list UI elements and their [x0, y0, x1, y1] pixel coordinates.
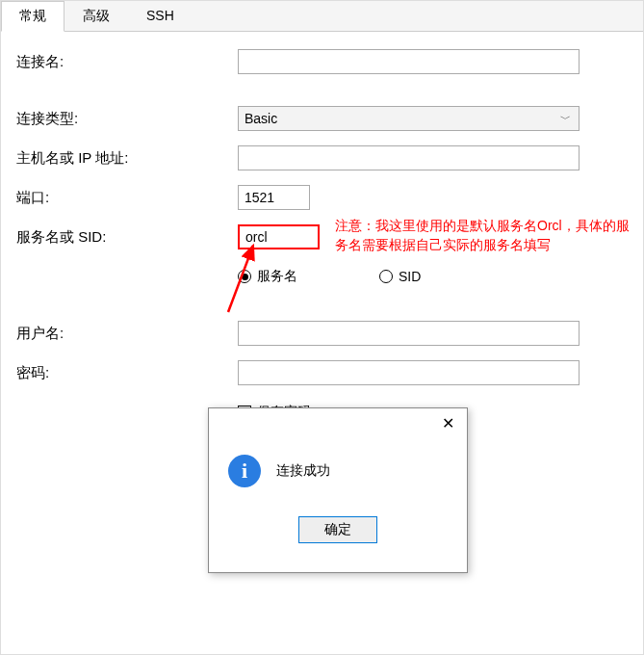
close-button[interactable]: ✕: [428, 409, 467, 436]
radio-icon-unchecked: [379, 270, 393, 283]
close-icon: ✕: [442, 414, 454, 432]
info-icon: i: [228, 455, 261, 487]
service-input[interactable]: [238, 224, 320, 249]
tab-ssh[interactable]: SSH: [128, 1, 193, 31]
host-input[interactable]: [238, 145, 580, 170]
radio-icon-checked: [238, 270, 251, 283]
message-dialog: ✕ i 连接成功 确定: [208, 407, 468, 573]
radio-service-label: 服务名: [257, 268, 297, 285]
connection-type-value: Basic: [245, 111, 277, 126]
dialog-message: 连接成功: [276, 462, 330, 480]
dialog-titlebar: ✕: [209, 408, 467, 437]
dialog-body: i 连接成功: [209, 437, 467, 497]
connection-type-select[interactable]: Basic ﹀: [238, 106, 580, 131]
label-username: 用户名:: [16, 325, 238, 343]
label-service-or-sid: 服务名或 SID:: [16, 228, 238, 247]
tab-general[interactable]: 常规: [1, 1, 64, 32]
label-connection-type: 连接类型:: [16, 110, 238, 128]
form: 连接名: 连接类型: Basic ﹀ 主机名或 IP 地址: 端口: 服务名或 …: [1, 32, 643, 457]
radio-sid-label: SID: [399, 269, 421, 284]
label-host: 主机名或 IP 地址:: [16, 149, 238, 168]
radio-service-name[interactable]: 服务名: [238, 268, 297, 285]
radio-group: 服务名 SID: [238, 268, 421, 285]
label-port: 端口:: [16, 189, 238, 207]
ok-button[interactable]: 确定: [298, 516, 377, 543]
label-password: 密码:: [16, 364, 238, 382]
label-connection-name: 连接名:: [16, 53, 238, 71]
username-input[interactable]: [238, 321, 580, 346]
dialog-footer: 确定: [209, 497, 467, 557]
tab-bar: 常规 高级 SSH: [1, 1, 643, 32]
port-input[interactable]: [238, 185, 310, 210]
password-input[interactable]: [238, 360, 580, 385]
connection-name-input[interactable]: [238, 49, 580, 74]
radio-sid[interactable]: SID: [379, 269, 421, 284]
chevron-down-icon: ﹀: [560, 112, 571, 126]
tab-advanced[interactable]: 高级: [64, 1, 128, 31]
